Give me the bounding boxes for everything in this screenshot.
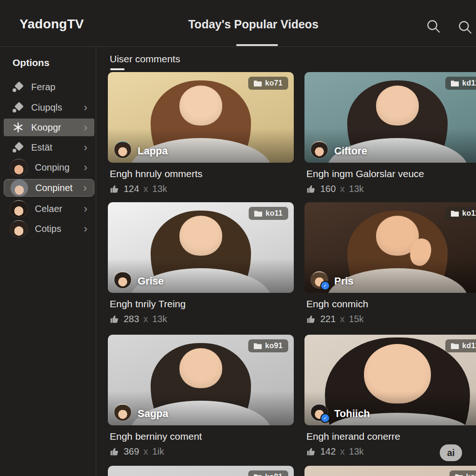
- thumbs-up-icon: [306, 184, 316, 194]
- video-thumbnail[interactable]: ko11 Grise: [108, 202, 294, 293]
- thumbs-up-icon: [306, 447, 316, 456]
- author-avatar[interactable]: ✓: [311, 271, 328, 288]
- stats-separator: x: [340, 446, 344, 457]
- sidebar-item-label: Conping: [35, 162, 70, 173]
- badge-label: ko71: [265, 79, 283, 87]
- thumbnail-badge: ko1: [450, 470, 476, 476]
- chevron-right-icon: ›: [84, 122, 87, 133]
- video-thumbnail[interactable]: ko1: [304, 466, 476, 476]
- author-name[interactable]: Pris: [334, 275, 354, 288]
- likes-count: 160: [320, 184, 336, 194]
- thumbs-up-icon: [306, 314, 316, 324]
- video-card[interactable]: ko1: [304, 466, 476, 476]
- avatar: [11, 179, 28, 197]
- author-name[interactable]: Lappa: [138, 145, 168, 158]
- author-overlay: Ciftore: [304, 128, 476, 163]
- stats-separator: x: [340, 314, 344, 324]
- video-stats: 221 x 15k: [306, 314, 476, 324]
- sidebar-item-ferap[interactable]: Ferap: [4, 78, 94, 96]
- author-avatar[interactable]: ✓: [311, 404, 328, 421]
- thumbnail-badge: ko91: [248, 339, 288, 352]
- chevron-right-icon: ›: [84, 142, 87, 153]
- video-thumbnail[interactable]: kd11 ✓ Tohiich: [304, 335, 476, 425]
- sidebar-item-label: Estät: [31, 142, 53, 153]
- video-thumbnail[interactable]: kd11 Ciftore: [304, 72, 476, 163]
- sidebar-item-label: Cotips: [35, 224, 61, 234]
- author-name[interactable]: Grise: [138, 275, 164, 288]
- author-avatar[interactable]: [114, 404, 131, 421]
- badge-label: ko91: [265, 473, 283, 476]
- diamond-icon: [13, 81, 24, 93]
- section-heading: Uiser comments: [110, 53, 180, 65]
- author-avatar[interactable]: [114, 271, 131, 288]
- stats-separator: x: [143, 184, 148, 194]
- video-card[interactable]: kd11 ✓ Tohiich Engh inerand conerre 142 …: [304, 335, 476, 457]
- video-thumbnail[interactable]: ko91: [108, 466, 294, 476]
- search-icon[interactable]: [457, 20, 473, 35]
- video-stats: 160 x 13k: [306, 184, 476, 194]
- likes-count: 142: [320, 446, 336, 457]
- folder-icon: [451, 80, 459, 86]
- video-card[interactable]: ko91 Sagpa Engh berniny coment 369 x 1ik: [108, 335, 294, 457]
- author-name[interactable]: Tohiich: [334, 408, 370, 421]
- chevron-right-icon: ›: [84, 102, 87, 113]
- search-icon[interactable]: [426, 19, 442, 34]
- thumbnail-badge: kd11: [445, 77, 476, 90]
- avatar: [10, 200, 27, 218]
- author-name[interactable]: Ciftore: [334, 145, 367, 158]
- video-title[interactable]: Engh hnruly ommerts: [110, 168, 292, 179]
- badge-label: ko11: [265, 209, 283, 218]
- video-card[interactable]: ko11 ✓ Pris Engh conmich 221 x 15k: [304, 202, 476, 324]
- brand-logo[interactable]: YadongTV: [20, 17, 84, 32]
- author-overlay: ✓ Pris: [304, 258, 476, 293]
- avatar: [10, 220, 27, 238]
- diamond-icon: [13, 142, 24, 153]
- author-overlay: Sagpa: [108, 391, 294, 425]
- sidebar-item-label: Ciupqls: [31, 102, 62, 113]
- video-card[interactable]: ko91: [108, 466, 294, 476]
- video-thumbnail[interactable]: ko91 Sagpa: [108, 335, 294, 425]
- video-title[interactable]: Engh conmich: [306, 298, 476, 310]
- thumbnail-badge: ko11: [249, 207, 288, 220]
- video-stats: 283 x 13k: [110, 314, 292, 324]
- section-heading-underline: [110, 68, 125, 70]
- chevron-right-icon: ›: [84, 203, 87, 214]
- video-title[interactable]: Engh tnrily Treing: [110, 298, 292, 310]
- sidebar-item-ciupqls[interactable]: Ciupqls ›: [4, 99, 94, 116]
- sidebar-item-label: Conpinet: [35, 183, 73, 193]
- author-overlay: Grise: [108, 258, 294, 293]
- video-card[interactable]: ko11 Grise Engh tnrily Treing 283 x 13k: [108, 202, 294, 324]
- diamond-icon: [13, 102, 24, 113]
- author-overlay: ✓ Tohiich: [304, 391, 476, 425]
- sidebar-item-koopgr[interactable]: Koopgr ›: [4, 119, 94, 136]
- verified-badge-icon: ✓: [320, 413, 330, 423]
- video-card[interactable]: kd11 Ciftore Engh ingm Galorslar veuce 1…: [304, 72, 476, 194]
- sidebar-item-label: Celaer: [35, 204, 62, 214]
- author-avatar[interactable]: [114, 141, 131, 158]
- chevron-right-icon: ›: [83, 182, 87, 193]
- views-count: 13k: [152, 314, 167, 324]
- video-title[interactable]: Engh inerand conerre: [306, 431, 476, 442]
- video-title[interactable]: Engh berniny coment: [110, 431, 292, 442]
- badge-label: ko1: [466, 473, 476, 476]
- video-thumbnail[interactable]: ko71 Lappa: [108, 72, 294, 163]
- sidebar-item-celaer[interactable]: Celaer ›: [4, 200, 94, 218]
- author-name[interactable]: Sagpa: [138, 408, 168, 421]
- thumbs-up-icon: [110, 314, 119, 324]
- thumbs-up-icon: [110, 184, 119, 194]
- folder-icon: [455, 474, 463, 476]
- thumbnail-badge: ko11: [445, 207, 476, 220]
- views-count: 13k: [349, 184, 364, 194]
- stats-separator: x: [340, 184, 344, 194]
- folder-icon: [254, 474, 262, 476]
- sidebar-item-estat[interactable]: Estät ›: [4, 139, 94, 156]
- sidebar-item-conpinet[interactable]: Conpinet ›: [4, 179, 94, 197]
- author-avatar[interactable]: [311, 141, 328, 158]
- sidebar-item-cotips[interactable]: Cotips ›: [4, 220, 94, 238]
- sidebar: Options Ferap Ciupqls › Koopgr › Estät ›…: [0, 47, 96, 476]
- video-title[interactable]: Engh ingm Galorslar veuce: [306, 168, 476, 179]
- likes-count: 124: [124, 184, 139, 194]
- sidebar-item-conping[interactable]: Conping ›: [4, 159, 94, 176]
- video-thumbnail[interactable]: ko11 ✓ Pris: [304, 202, 476, 293]
- video-card[interactable]: ko71 Lappa Engh hnruly ommerts 124 x 13k: [108, 72, 294, 194]
